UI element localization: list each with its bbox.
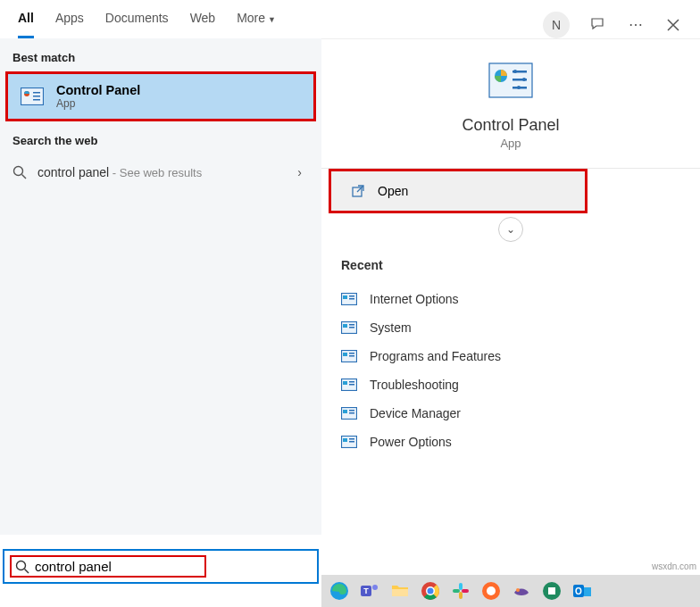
recent-item-programs[interactable]: Programs and Features [341,342,680,370]
chevron-right-icon: › [297,165,302,179]
svg-rect-22 [343,324,347,328]
control-panel-icon [21,87,44,105]
svg-rect-18 [343,295,347,299]
svg-point-46 [372,585,378,590]
preview-subtitle: App [321,137,700,150]
web-query-text: control panel - See web results [38,165,202,179]
svg-rect-27 [349,353,354,354]
tab-all[interactable]: All [18,11,34,38]
svg-rect-55 [459,592,462,599]
app-icon [341,378,357,391]
recent-item-power-options[interactable]: Power Options [341,428,680,456]
taskbar-app2-icon[interactable] [509,578,534,603]
svg-rect-30 [343,381,347,385]
result-title: Control Panel [56,83,140,97]
result-subtitle: App [56,97,140,110]
search-icon [15,560,29,574]
svg-rect-38 [343,438,347,442]
preview-panel: Control Panel App Open ⌄ Recent Internet… [321,38,700,535]
recent-label: Recent [341,258,680,272]
svg-rect-64 [584,587,591,596]
taskbar-edge-icon[interactable] [327,578,352,603]
search-web-label: Search the web [0,121,321,154]
svg-point-58 [487,586,496,595]
tab-more[interactable]: More▼ [237,11,276,38]
chevron-down-icon: ▼ [268,15,276,24]
app-icon [341,321,357,334]
web-result[interactable]: control panel - See web results › [0,154,321,190]
svg-point-6 [14,167,23,176]
svg-point-52 [428,588,434,595]
svg-rect-40 [349,441,354,443]
taskbar-app1-icon[interactable] [479,578,504,603]
svg-rect-24 [349,327,354,328]
svg-rect-19 [349,295,354,297]
svg-text:O: O [575,586,582,596]
taskbar-explorer-icon[interactable] [388,578,412,603]
more-icon[interactable]: ⋯ [627,16,645,34]
control-panel-icon-large [488,62,533,98]
svg-rect-26 [343,353,347,356]
svg-point-59 [516,588,520,592]
svg-rect-32 [349,384,354,386]
svg-rect-5 [33,99,40,101]
app-icon [341,293,357,305]
svg-line-7 [22,175,27,179]
svg-point-15 [517,86,521,89]
expand-button[interactable]: ⌄ [498,217,523,242]
taskbar-outlook-icon[interactable]: O [570,578,595,603]
recent-item-system[interactable]: System [341,313,680,342]
svg-rect-28 [349,355,354,357]
tab-documents[interactable]: Documents [105,11,169,38]
search-bar[interactable] [3,549,319,584]
svg-line-42 [25,569,29,573]
close-icon[interactable] [664,16,682,34]
taskbar: T O [321,575,700,607]
svg-rect-31 [349,381,354,383]
svg-rect-47 [392,589,408,596]
preview-title: Control Panel [321,116,700,135]
results-panel: Best match Control Panel App Search the … [0,38,321,535]
recent-item-device-manager[interactable]: Device Manager [341,399,680,428]
search-icon [12,165,27,179]
app-icon [341,407,357,420]
search-input[interactable] [35,559,187,574]
feedback-icon[interactable] [589,16,607,34]
svg-rect-4 [33,96,40,97]
svg-rect-36 [349,412,354,414]
best-match-label: Best match [0,38,321,71]
watermark: wsxdn.com [652,561,696,571]
svg-rect-53 [459,583,462,590]
recent-item-internet-options[interactable]: Internet Options [341,285,680,313]
svg-rect-39 [349,438,354,440]
svg-rect-3 [33,92,40,94]
app-icon [341,436,357,448]
avatar[interactable]: N [543,12,570,38]
result-control-panel[interactable]: Control Panel App [5,71,316,121]
taskbar-slack-icon[interactable] [448,578,473,603]
open-action[interactable]: Open [329,169,588,213]
taskbar-app3-icon[interactable] [539,578,564,603]
svg-text:T: T [363,586,369,595]
svg-point-41 [17,561,26,570]
svg-rect-56 [462,589,469,593]
svg-point-11 [513,70,517,73]
svg-rect-54 [453,589,460,593]
svg-rect-23 [349,324,354,326]
svg-rect-61 [548,587,555,595]
taskbar-chrome-icon[interactable] [418,578,443,603]
recent-item-troubleshooting[interactable]: Troubleshooting [341,370,680,399]
tab-web[interactable]: Web [190,11,216,38]
svg-rect-20 [349,298,354,300]
svg-rect-34 [343,410,347,413]
svg-point-13 [522,78,526,81]
open-icon [351,184,365,198]
taskbar-teams-icon[interactable]: T [357,578,382,603]
tab-apps[interactable]: Apps [55,11,84,38]
svg-rect-35 [349,410,354,412]
app-icon [341,350,357,362]
